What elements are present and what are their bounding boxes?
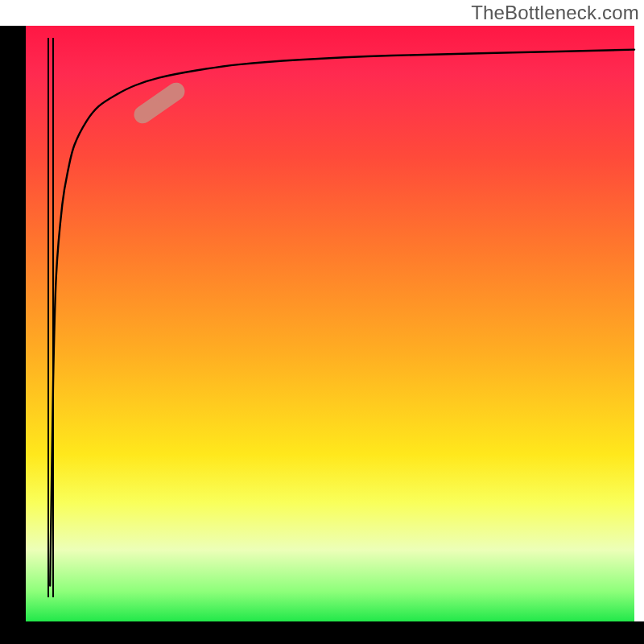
y-axis [0,26,26,621]
bottleneck-chart: TheBottleneck.com [0,0,644,644]
watermark-label: TheBottleneck.com [471,2,639,24]
curve-svg [26,26,634,621]
bottleneck-curve-path [50,50,634,586]
plot-area [26,26,634,621]
x-axis [0,621,644,644]
